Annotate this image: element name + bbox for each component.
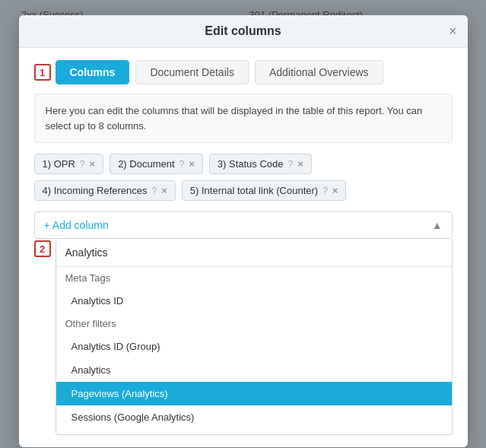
col-tag-document-label: 2) Document	[118, 158, 174, 170]
col-tag-status-code-remove-icon[interactable]: ×	[297, 158, 303, 170]
add-column-left: + Add column	[44, 219, 109, 231]
col-tag-incoming-refs-remove-icon[interactable]: ×	[161, 185, 167, 196]
col-tag-opr-remove-icon[interactable]: ×	[90, 158, 96, 170]
col-tag-incoming-refs: 4) Incoming References ? ×	[34, 180, 176, 201]
info-box: Here you can edit the columns that will …	[34, 94, 453, 143]
col-tag-document-help-icon[interactable]: ?	[179, 159, 185, 170]
col-tag-internal-link: 5) Internal total link (Counter) ? ×	[182, 180, 347, 201]
dropdown-container: Meta Tags Analytics ID Other filters Ana…	[56, 239, 453, 435]
col-tag-internal-link-remove-icon[interactable]: ×	[332, 185, 338, 196]
modal-title: Edit columns	[205, 24, 281, 38]
dropdown-item-sessions-google-analytics[interactable]: Sessions (Google Analytics)	[56, 405, 452, 429]
dropdown-item-pageviews-analytics[interactable]: Pageviews (Analytics)	[56, 382, 452, 405]
col-tag-internal-link-help-icon[interactable]: ?	[322, 186, 328, 196]
tab-columns[interactable]: Columns	[56, 60, 130, 84]
col-tag-incoming-refs-help-icon[interactable]: ?	[152, 186, 157, 196]
dropdown-group-meta-tags: Meta Tags	[56, 267, 452, 289]
col-tag-status-code-help-icon[interactable]: ?	[288, 159, 294, 170]
step2-badge: 2	[34, 240, 51, 257]
add-column-row[interactable]: + Add column ▲	[34, 211, 453, 239]
modal-header: Edit columns ×	[19, 15, 468, 48]
col-tag-status-code: 3) Status Code ? ×	[209, 154, 312, 174]
dropdown-list: Meta Tags Analytics ID Other filters Ana…	[56, 267, 452, 434]
tab-document-details[interactable]: Document Details	[135, 60, 249, 84]
chevron-up-icon: ▲	[432, 219, 443, 231]
col-tag-internal-link-label: 5) Internal total link (Counter)	[190, 185, 318, 196]
modal-overlay: Edit columns × 1 Columns Document Detail…	[0, 0, 486, 448]
modal-close-button[interactable]: ×	[449, 24, 457, 38]
dropdown-item-analytics-id[interactable]: Analytics ID	[56, 289, 452, 313]
modal-body: 1 Columns Document Details Additional Ov…	[19, 48, 468, 447]
col-tag-incoming-refs-label: 4) Incoming References	[43, 185, 148, 196]
tab-additional-overviews[interactable]: Additional Overviews	[255, 60, 383, 84]
col-tag-opr: 1) OPR ? ×	[34, 154, 104, 174]
col-tag-opr-help-icon[interactable]: ?	[80, 159, 85, 170]
column-tags: 1) OPR ? × 2) Document ? × 3) Status Cod…	[34, 154, 453, 201]
step1-row: 1 Columns Document Details Additional Ov…	[34, 60, 453, 84]
dropdown-item-avg-time[interactable]: Avg. Time on Page (Analytics)	[56, 429, 452, 434]
col-tag-document-remove-icon[interactable]: ×	[189, 158, 195, 170]
col-tag-document: 2) Document ? ×	[110, 154, 203, 174]
dropdown-item-analytics-id-group[interactable]: Analytics ID (Group)	[56, 335, 452, 358]
col-tag-opr-num: 1) OPR	[43, 158, 75, 170]
dropdown-group-other-filters: Other filters	[56, 313, 452, 335]
tab-row: Columns Document Details Additional Over…	[56, 60, 383, 84]
dropdown-item-analytics[interactable]: Analytics	[56, 358, 452, 382]
edit-columns-modal: Edit columns × 1 Columns Document Detail…	[19, 15, 468, 447]
step2-row: 2 Meta Tags Analytics ID Other filters A…	[34, 239, 453, 435]
col-tag-status-code-label: 3) Status Code	[218, 158, 284, 170]
add-column-label: + Add column	[44, 219, 109, 231]
step1-badge: 1	[34, 64, 51, 81]
dropdown-wrapper: Meta Tags Analytics ID Other filters Ana…	[56, 239, 453, 435]
search-input[interactable]	[56, 239, 452, 267]
